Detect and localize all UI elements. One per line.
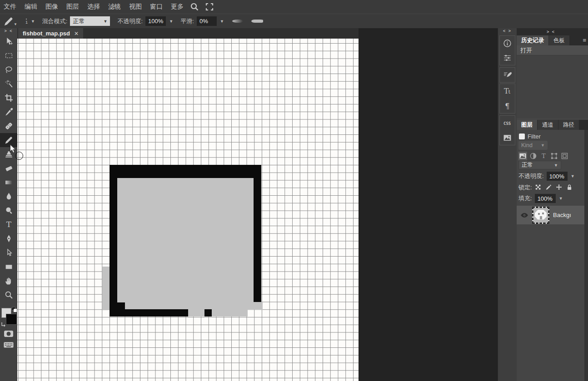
layer-opacity-input[interactable]: 100% (547, 172, 568, 181)
zoom-tool[interactable] (0, 288, 17, 302)
filter-pixel-layers-button[interactable] (518, 152, 527, 160)
smoothing-slider-arrow[interactable]: ▼ (220, 19, 224, 24)
rectangle-tool[interactable] (0, 260, 17, 274)
panel-adjustments-button[interactable] (499, 50, 515, 65)
filter-checkbox[interactable] (519, 134, 525, 139)
blend-mode-dropdown[interactable]: 正常 ▼ (70, 16, 110, 26)
tab-色板[interactable]: 色板 (549, 35, 569, 45)
canvas-viewport[interactable] (17, 39, 359, 381)
menu-item[interactable]: 窗口 (150, 3, 163, 11)
tab-通道[interactable]: 通道 (538, 120, 558, 130)
strip-group: Tt¶ (499, 84, 515, 114)
tab-历史记录[interactable]: 历史记录 (517, 35, 548, 45)
menu-item[interactable]: 图像 (45, 3, 58, 11)
magic-wand-tool[interactable] (0, 77, 17, 91)
menu-item[interactable]: 图层 (66, 3, 79, 11)
blend-mode-label: 混合模式: (42, 17, 68, 25)
lock-all-button[interactable] (566, 184, 573, 191)
layer-opacity-arrow[interactable]: ▼ (571, 174, 575, 178)
history-panel: 打开 (517, 45, 588, 118)
panel-image-button[interactable] (499, 130, 515, 145)
layer-visibility-eye-icon[interactable] (520, 213, 528, 218)
eraser-tool[interactable] (0, 161, 17, 175)
pencil-icon[interactable]: ▼ (4, 16, 17, 26)
quick-mask-icon[interactable] (0, 328, 17, 340)
lasso-tool[interactable] (0, 63, 17, 77)
opacity-slider-arrow[interactable]: ▼ (169, 19, 173, 24)
keyboard-shortcuts-icon[interactable] (0, 339, 17, 351)
tab-路径[interactable]: 路径 (558, 120, 579, 130)
panel-collapse-control[interactable]: > < (547, 29, 555, 35)
fill-arrow[interactable]: ▼ (559, 196, 563, 201)
character-icon: Tt (503, 87, 512, 96)
menu-item[interactable]: 滤镜 (108, 3, 121, 11)
panel-character-button[interactable]: Tt (499, 84, 515, 99)
panel-collapse-bar: > < (517, 28, 588, 35)
panel-menu-icon[interactable]: ≡ (583, 37, 586, 44)
panel-paragraph-button[interactable]: ¶ (499, 99, 515, 113)
lock-pixels-button[interactable] (545, 184, 553, 191)
background-color-swatch[interactable] (6, 314, 17, 325)
layer-blend-mode-dropdown[interactable]: 正常 ▼ (518, 161, 561, 169)
eyedropper-tool[interactable] (0, 105, 17, 119)
panel-icon-strip: < > Tt¶CSS (498, 28, 517, 381)
info-icon (503, 39, 512, 48)
opacity-input[interactable]: 100% (145, 16, 166, 26)
chevron-down-icon: ▼ (104, 19, 108, 24)
lock-transparency-button[interactable] (535, 184, 542, 191)
color-swatches (0, 307, 17, 328)
default-colors-icon[interactable] (12, 307, 17, 312)
lock-position-button[interactable] (556, 184, 563, 191)
toolbar-collapse-control[interactable]: > < (0, 28, 17, 35)
crop-tool[interactable] (0, 91, 17, 105)
brush-picker-arrow[interactable]: ▼ (31, 19, 35, 24)
close-icon[interactable]: ✕ (74, 30, 79, 37)
layer-thumbnail[interactable] (532, 207, 549, 224)
layer-row[interactable]: Backgı (517, 206, 584, 224)
rect-select-tool[interactable] (0, 49, 17, 63)
tab-图层[interactable]: 图层 (517, 120, 537, 130)
workspace-background (359, 28, 498, 381)
history-step[interactable]: 打开 (517, 45, 588, 55)
panel-scrollbar-gutter[interactable] (584, 130, 588, 381)
pixel-art-rect (102, 267, 110, 310)
gradient-tool[interactable] (0, 175, 17, 189)
filter-shape-layers-button[interactable] (550, 152, 558, 160)
filter-adjustment-layers-button[interactable] (529, 152, 538, 160)
strip-collapse-control[interactable]: < > (498, 28, 517, 35)
menu-item[interactable]: 编辑 (25, 3, 37, 11)
search-icon[interactable] (190, 2, 199, 11)
zoom-icon (5, 291, 13, 299)
menu-item[interactable]: 更多 (171, 3, 184, 11)
spot-heal-tool[interactable] (0, 119, 17, 133)
document-tab[interactable]: fishbot_map.psd ✕ (18, 28, 83, 39)
blur-tool[interactable] (0, 189, 17, 203)
menu-item[interactable]: 选择 (87, 3, 100, 11)
smoothing-input[interactable]: 0% (197, 16, 217, 26)
menu-item[interactable]: 文件 (4, 3, 16, 11)
fullscreen-icon[interactable] (205, 3, 214, 11)
dodge-tool[interactable] (0, 203, 17, 218)
svg-text:T: T (6, 220, 11, 229)
dodge-icon (5, 206, 13, 215)
panel-info-button[interactable] (499, 36, 515, 50)
css-icon: CSS (503, 119, 512, 128)
panel-brush-settings-button[interactable] (499, 68, 515, 82)
fill-input[interactable]: 100% (535, 194, 556, 203)
hard-stroke-icon[interactable] (251, 20, 263, 23)
direct-select-tool[interactable] (0, 246, 17, 260)
panel-css-button[interactable]: CSS (499, 116, 515, 130)
kind-dropdown[interactable]: Kind ▼ (518, 141, 548, 150)
menu-item[interactable]: 视图 (129, 3, 142, 11)
brush-size-preview[interactable]: 1 (25, 19, 28, 24)
tool-palette: > < T (0, 28, 17, 381)
pixel-art-rect (110, 309, 188, 317)
filter-smart-objects-button[interactable] (560, 152, 569, 160)
filter-type-layers-button[interactable]: T (539, 152, 548, 160)
pen-tool[interactable] (0, 232, 17, 246)
soft-stroke-icon[interactable] (232, 20, 243, 23)
hand-tool[interactable] (0, 274, 17, 288)
move-tool[interactable] (0, 35, 17, 49)
spot-heal-icon (5, 122, 13, 130)
type-tool[interactable]: T (0, 218, 17, 232)
